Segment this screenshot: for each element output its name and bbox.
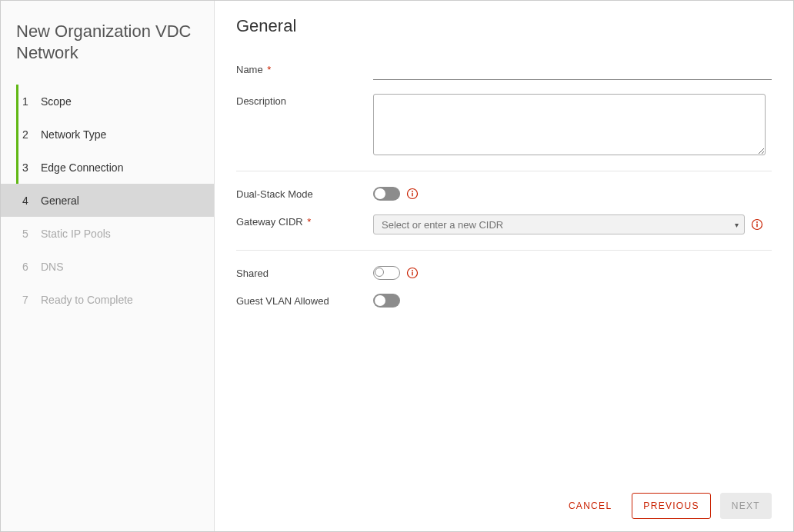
- step-label: Edge Connection: [41, 161, 198, 174]
- wizard-step-1[interactable]: 1Scope: [1, 85, 214, 118]
- wizard-step-2[interactable]: 2Network Type: [1, 118, 214, 151]
- name-label: Name *: [236, 62, 373, 75]
- step-label: DNS: [41, 261, 198, 273]
- general-form: Name * Description Dual-Stack Mode: [236, 62, 772, 482]
- step-number: 1: [22, 95, 41, 108]
- shared-toggle[interactable]: [373, 266, 400, 280]
- wizard-title: New Organization VDC Network: [1, 16, 214, 78]
- step-number: 3: [22, 161, 41, 174]
- step-label: Static IP Pools: [41, 228, 198, 240]
- wizard-step-6: 6DNS: [1, 250, 214, 283]
- gateway-cidr-select[interactable]: [373, 214, 745, 234]
- page-title: General: [236, 16, 772, 36]
- previous-button[interactable]: PREVIOUS: [632, 493, 710, 519]
- step-label: Ready to Complete: [41, 294, 198, 306]
- dual-stack-toggle[interactable]: [373, 187, 400, 201]
- svg-rect-2: [412, 193, 412, 197]
- step-number: 4: [22, 195, 41, 207]
- step-number: 2: [22, 128, 41, 141]
- wizard-content: General Name * Description Dual-Stack Mo…: [215, 1, 793, 531]
- wizard-step-3[interactable]: 3Edge Connection: [1, 151, 214, 184]
- info-icon[interactable]: [406, 267, 419, 279]
- svg-rect-5: [756, 224, 757, 228]
- step-label: Scope: [41, 95, 198, 108]
- gateway-cidr-label: Gateway CIDR *: [236, 214, 373, 228]
- description-label: Description: [236, 94, 373, 107]
- step-number: 5: [22, 228, 41, 240]
- wizard-step-7: 7Ready to Complete: [1, 283, 214, 316]
- step-number: 7: [22, 294, 41, 306]
- wizard-step-5: 5Static IP Pools: [1, 217, 214, 250]
- next-button[interactable]: NEXT: [720, 493, 772, 519]
- info-icon[interactable]: [406, 188, 419, 200]
- step-number: 6: [22, 261, 41, 273]
- svg-point-7: [412, 270, 413, 271]
- guest-vlan-toggle[interactable]: [373, 294, 400, 308]
- shared-label: Shared: [236, 266, 373, 279]
- guest-vlan-label: Guest VLAN Allowed: [236, 294, 373, 307]
- wizard-steps: 1Scope2Network Type3Edge Connection4Gene…: [1, 85, 214, 316]
- dual-stack-label: Dual-Stack Mode: [236, 187, 373, 200]
- step-label: Network Type: [41, 128, 198, 141]
- info-icon[interactable]: [751, 218, 763, 231]
- svg-point-1: [412, 191, 413, 192]
- svg-rect-8: [412, 272, 412, 276]
- step-label: General: [41, 195, 198, 207]
- wizard-step-4[interactable]: 4General: [1, 184, 214, 217]
- cancel-button[interactable]: CANCEL: [558, 494, 622, 518]
- description-textarea[interactable]: [373, 94, 766, 155]
- wizard-sidebar: New Organization VDC Network 1Scope2Netw…: [1, 1, 215, 531]
- name-input[interactable]: [373, 62, 772, 80]
- svg-point-4: [756, 221, 758, 223]
- wizard-footer: CANCEL PREVIOUS NEXT: [236, 482, 772, 519]
